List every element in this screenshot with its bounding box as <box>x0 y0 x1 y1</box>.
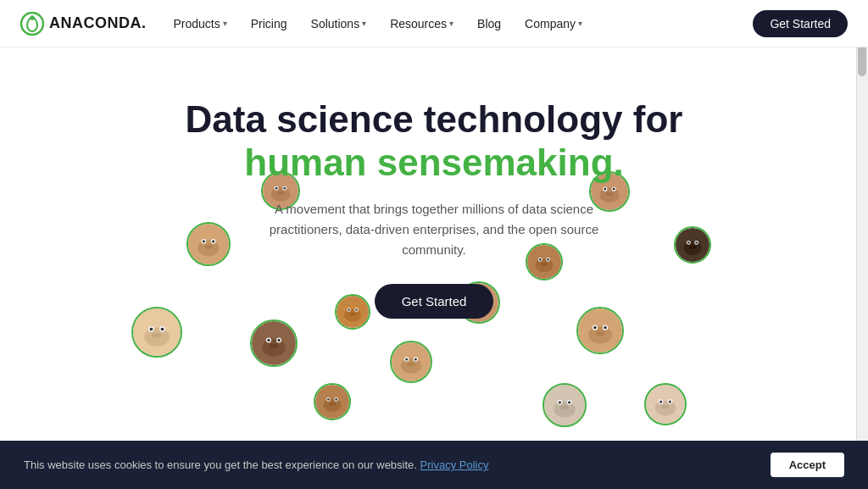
svg-point-88 <box>558 400 563 405</box>
svg-point-92 <box>560 406 569 410</box>
svg-point-29 <box>270 344 278 348</box>
svg-point-89 <box>567 400 572 405</box>
svg-point-39 <box>404 357 409 361</box>
svg-point-40 <box>414 357 418 361</box>
nav-get-started-button[interactable]: Get Started <box>753 10 848 37</box>
hero-subtitle: A movement that brings together millions… <box>248 199 620 260</box>
svg-point-94 <box>655 400 676 415</box>
nav-pricing[interactable]: Pricing <box>251 17 287 31</box>
svg-point-81 <box>326 397 331 402</box>
svg-point-43 <box>407 363 415 367</box>
svg-point-84 <box>335 398 337 401</box>
hero-get-started-button[interactable]: Get Started <box>375 284 494 319</box>
svg-point-98 <box>669 400 671 403</box>
svg-point-87 <box>554 401 576 417</box>
avatar-person <box>390 341 432 383</box>
cookie-accept-button[interactable]: Accept <box>771 453 844 477</box>
privacy-policy-link[interactable]: Privacy Policy <box>420 458 489 471</box>
svg-point-1 <box>31 17 34 20</box>
svg-point-95 <box>659 399 663 403</box>
nav-products[interactable]: Products ▾ <box>174 17 227 31</box>
svg-point-91 <box>568 401 570 403</box>
avatar-person <box>542 383 587 427</box>
resources-chevron-icon: ▾ <box>449 19 453 28</box>
nav-blog[interactable]: Blog <box>477 17 501 31</box>
hero-title-line2: human sensemaking. <box>17 142 851 185</box>
company-chevron-icon: ▾ <box>578 19 582 28</box>
svg-point-37 <box>392 342 431 381</box>
logo-text: ANACONDA. <box>49 14 147 32</box>
svg-point-96 <box>668 399 672 403</box>
nav-resources[interactable]: Resources ▾ <box>390 17 453 31</box>
products-chevron-icon: ▾ <box>223 19 227 28</box>
cookie-banner: This website uses cookies to ensure you … <box>0 441 868 489</box>
hero-title-line1: Data science technology for <box>17 98 851 142</box>
svg-point-97 <box>659 400 662 403</box>
solutions-chevron-icon: ▾ <box>362 19 366 28</box>
avatar-person <box>644 383 687 425</box>
svg-point-86 <box>544 385 585 425</box>
anaconda-logo-icon <box>20 12 44 36</box>
svg-point-93 <box>646 385 685 424</box>
svg-point-90 <box>559 401 561 403</box>
nav-company[interactable]: Company ▾ <box>525 17 582 31</box>
svg-point-85 <box>329 403 336 406</box>
svg-point-41 <box>405 358 408 360</box>
svg-point-79 <box>315 385 349 419</box>
svg-point-80 <box>323 398 341 412</box>
nav-solutions[interactable]: Solutions ▾ <box>311 17 367 31</box>
navbar: ANACONDA. Products ▾ Pricing Solutions ▾… <box>0 0 868 47</box>
svg-point-83 <box>327 398 330 401</box>
cookie-text: This website uses cookies to ensure you … <box>24 458 488 471</box>
avatar-person <box>314 383 351 420</box>
logo[interactable]: ANACONDA. <box>20 12 147 36</box>
svg-point-82 <box>334 397 338 402</box>
nav-links: Products ▾ Pricing Solutions ▾ Resources… <box>174 17 754 31</box>
svg-point-99 <box>661 405 669 409</box>
svg-point-42 <box>415 358 417 360</box>
hero-section: Data science technology for human sensem… <box>0 47 868 344</box>
svg-point-38 <box>401 358 422 373</box>
